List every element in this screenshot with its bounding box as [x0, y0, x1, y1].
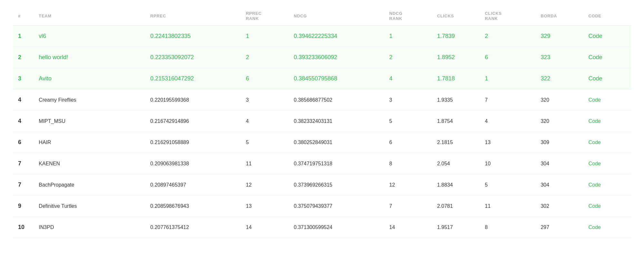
table-row: 4MIPT_MSU0.21674291489640.38233240313151…: [13, 111, 631, 132]
rprec-rank-cell: 6: [241, 68, 288, 89]
rprec-cell: 0.207761375412: [145, 217, 241, 238]
ndcg-rank-cell: 8: [384, 153, 432, 174]
ndcg-cell: 0.375079439377: [289, 196, 384, 217]
team-cell: vl6: [34, 26, 145, 47]
table-header-row: # TEAM RPREC RPREC RANK NDCG NDCG RANK C…: [13, 6, 631, 26]
rprec-rank-cell: 1: [241, 26, 288, 47]
rprec-rank-cell: 12: [241, 174, 288, 196]
borda-cell: 322: [535, 68, 583, 89]
rank-cell: 7: [13, 153, 34, 174]
borda-cell: 297: [535, 217, 583, 238]
col-header-borda: BORDA: [535, 6, 583, 26]
borda-cell: 309: [535, 132, 583, 153]
team-cell: MIPT_MSU: [34, 111, 145, 132]
ndcg-rank-cell: 6: [384, 132, 432, 153]
clicks-rank-cell: 13: [480, 132, 535, 153]
col-header-code: CODE: [583, 6, 631, 26]
ndcg-rank-cell: 3: [384, 89, 432, 111]
team-cell: HAIR: [34, 132, 145, 153]
clicks-rank-cell: 4: [480, 111, 535, 132]
clicks-cell: 1.8834: [432, 174, 480, 196]
clicks-rank-cell: 8: [480, 217, 535, 238]
borda-cell: 320: [535, 111, 583, 132]
clicks-cell: 1.9517: [432, 217, 480, 238]
leaderboard-table: # TEAM RPREC RPREC RANK NDCG NDCG RANK C…: [13, 6, 631, 238]
team-cell: IN3PD: [34, 217, 145, 238]
team-cell: Avito: [34, 68, 145, 89]
rank-cell: 3: [13, 68, 34, 89]
code-cell[interactable]: Code: [583, 47, 631, 68]
clicks-cell: 1.7839: [432, 26, 480, 47]
rprec-cell: 0.216291058889: [145, 132, 241, 153]
rank-cell: 7: [13, 174, 34, 196]
rprec-cell: 0.215316047292: [145, 68, 241, 89]
clicks-rank-cell: 2: [480, 26, 535, 47]
col-header-ndcg: NDCG: [289, 6, 384, 26]
code-cell[interactable]: Code: [583, 174, 631, 196]
table-row: 2hello world!0.22335309207220.3932336060…: [13, 47, 631, 68]
table-row: 10IN3PD0.207761375412140.371300599524141…: [13, 217, 631, 238]
clicks-rank-cell: 11: [480, 196, 535, 217]
table-row: 6HAIR0.21629105888950.38025284903162.181…: [13, 132, 631, 153]
ndcg-cell: 0.385686877502: [289, 89, 384, 111]
col-header-hash: #: [13, 6, 34, 26]
rank-cell: 2: [13, 47, 34, 68]
team-cell: KAENEN: [34, 153, 145, 174]
clicks-cell: 1.8754: [432, 111, 480, 132]
rprec-rank-cell: 5: [241, 132, 288, 153]
rprec-cell: 0.209063981338: [145, 153, 241, 174]
rank-cell: 10: [13, 217, 34, 238]
table-row: 4Creamy Fireflies0.22019559936830.385686…: [13, 89, 631, 111]
clicks-rank-cell: 7: [480, 89, 535, 111]
rprec-rank-cell: 11: [241, 153, 288, 174]
clicks-cell: 1.8952: [432, 47, 480, 68]
code-cell[interactable]: Code: [583, 132, 631, 153]
ndcg-cell: 0.382332403131: [289, 111, 384, 132]
ndcg-cell: 0.373969266315: [289, 174, 384, 196]
ndcg-cell: 0.371300599524: [289, 217, 384, 238]
ndcg-rank-cell: 7: [384, 196, 432, 217]
col-header-clicks: CLICKS: [432, 6, 480, 26]
borda-cell: 304: [535, 174, 583, 196]
col-header-ndcg-rank: NDCG RANK: [384, 6, 432, 26]
team-cell: Creamy Fireflies: [34, 89, 145, 111]
col-header-team: TEAM: [34, 6, 145, 26]
borda-cell: 304: [535, 153, 583, 174]
table-row: 1vl60.2241380233510.39462222533411.78392…: [13, 26, 631, 47]
code-cell[interactable]: Code: [583, 89, 631, 111]
rprec-cell: 0.20897465397: [145, 174, 241, 196]
borda-cell: 323: [535, 47, 583, 68]
borda-cell: 320: [535, 89, 583, 111]
code-cell[interactable]: Code: [583, 26, 631, 47]
leaderboard-container: # TEAM RPREC RPREC RANK NDCG NDCG RANK C…: [0, 0, 644, 276]
table-body: 1vl60.2241380233510.39462222533411.78392…: [13, 26, 631, 238]
clicks-cell: 1.7818: [432, 68, 480, 89]
rprec-rank-cell: 4: [241, 111, 288, 132]
team-cell: hello world!: [34, 47, 145, 68]
col-header-rprec-rank: RPREC RANK: [241, 6, 288, 26]
code-cell[interactable]: Code: [583, 196, 631, 217]
ndcg-rank-cell: 1: [384, 26, 432, 47]
clicks-rank-cell: 1: [480, 68, 535, 89]
code-cell[interactable]: Code: [583, 111, 631, 132]
clicks-cell: 2.0781: [432, 196, 480, 217]
rprec-rank-cell: 3: [241, 89, 288, 111]
code-cell[interactable]: Code: [583, 217, 631, 238]
code-cell[interactable]: Code: [583, 153, 631, 174]
col-header-clicks-rank: CLICKS RANK: [480, 6, 535, 26]
code-cell[interactable]: Code: [583, 68, 631, 89]
rank-cell: 4: [13, 89, 34, 111]
ndcg-rank-cell: 4: [384, 68, 432, 89]
rank-cell: 9: [13, 196, 34, 217]
clicks-cell: 1.9335: [432, 89, 480, 111]
borda-cell: 329: [535, 26, 583, 47]
ndcg-cell: 0.374719751318: [289, 153, 384, 174]
rprec-rank-cell: 13: [241, 196, 288, 217]
clicks-rank-cell: 5: [480, 174, 535, 196]
ndcg-cell: 0.384550795868: [289, 68, 384, 89]
rank-cell: 1: [13, 26, 34, 47]
ndcg-cell: 0.393233606092: [289, 47, 384, 68]
table-row: 3Avito0.21531604729260.38455079586841.78…: [13, 68, 631, 89]
ndcg-rank-cell: 5: [384, 111, 432, 132]
table-row: 7BachPropagate0.20897465397120.373969266…: [13, 174, 631, 196]
